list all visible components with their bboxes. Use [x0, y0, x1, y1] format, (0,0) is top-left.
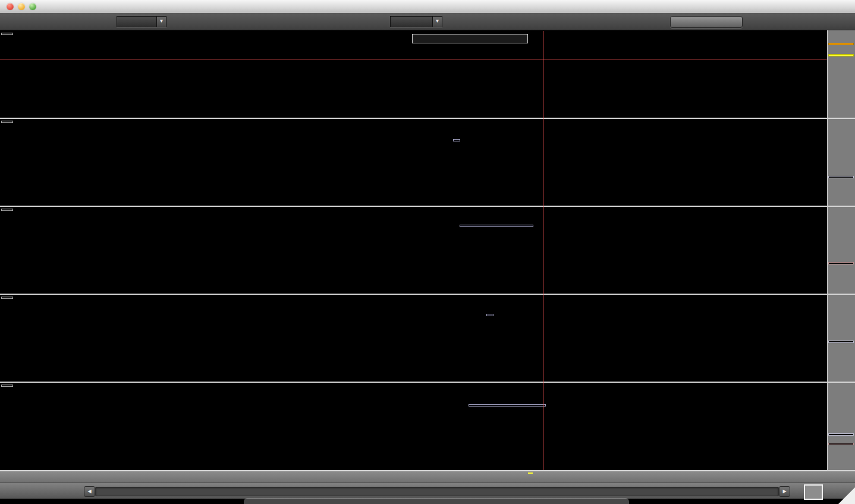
- scroll-left-button[interactable]: ◀: [84, 486, 95, 497]
- indicator-backtest-button[interactable]: [670, 16, 743, 28]
- panel-separator: [0, 118, 855, 119]
- window-close-button[interactable]: [7, 3, 14, 10]
- info-title: [413, 34, 527, 43]
- crosshair-vertical: [543, 31, 543, 470]
- stoch-k-badge: [828, 433, 854, 436]
- window-title-bar: [0, 0, 855, 14]
- chart-canvas[interactable]: [0, 0, 828, 504]
- panel-header-williams[interactable]: [1, 121, 13, 123]
- dock-shelf: [244, 498, 629, 504]
- cursor-price-badge: [828, 54, 854, 56]
- panel-separator: [0, 294, 855, 295]
- chevron-down-icon: ▼: [432, 17, 442, 27]
- bottom-toolbar: ◀ ▶: [0, 483, 855, 499]
- range-dropdown-value: [117, 17, 156, 27]
- rsi-tooltip: [486, 314, 493, 316]
- crosshair-horizontal: [0, 59, 827, 59]
- panel-header-macd[interactable]: [1, 209, 13, 211]
- window-zoom-button[interactable]: [29, 3, 36, 10]
- rsi-value-badge: [828, 341, 854, 343]
- macos-dock: [244, 497, 629, 504]
- panel-separator: [0, 382, 855, 383]
- timeframe-dropdown[interactable]: ▼: [390, 16, 442, 27]
- horizontal-scrollbar[interactable]: [95, 487, 779, 496]
- panel-separator: [0, 470, 855, 471]
- panel-separator: [0, 206, 855, 207]
- scroll-right-button[interactable]: ▶: [779, 486, 790, 497]
- zoom-selection-button[interactable]: [804, 484, 823, 500]
- window-minimize-button[interactable]: [18, 3, 25, 10]
- resize-grip[interactable]: [838, 487, 855, 504]
- quote-info-box: [412, 34, 528, 43]
- panel-header-rsi[interactable]: [1, 297, 13, 299]
- last-price-badge: [828, 43, 854, 45]
- main-toolbar: ▼ ▼: [0, 13, 855, 30]
- panel-header-heikin-ashi[interactable]: [1, 33, 13, 35]
- cursor-time-badge: [528, 472, 533, 474]
- range-dropdown[interactable]: ▼: [117, 16, 166, 27]
- prorealtime-window: ◀ ▶ ▼ ▼: [0, 0, 855, 504]
- chevron-down-icon: ▼: [156, 17, 166, 27]
- time-axis: [0, 471, 855, 483]
- macd-tooltip: [460, 225, 533, 227]
- y-axis-gutter: [828, 30, 855, 483]
- macd-value-badge: [828, 262, 854, 264]
- stoch-tooltip: [469, 404, 546, 407]
- stoch-d-badge: [828, 443, 854, 445]
- panel-header-stochastik[interactable]: [1, 385, 13, 387]
- williams-value-badge: [828, 176, 854, 178]
- plot-right-border: [827, 30, 828, 470]
- williams-tooltip: [453, 139, 460, 141]
- timeframe-dropdown-value: [391, 17, 432, 27]
